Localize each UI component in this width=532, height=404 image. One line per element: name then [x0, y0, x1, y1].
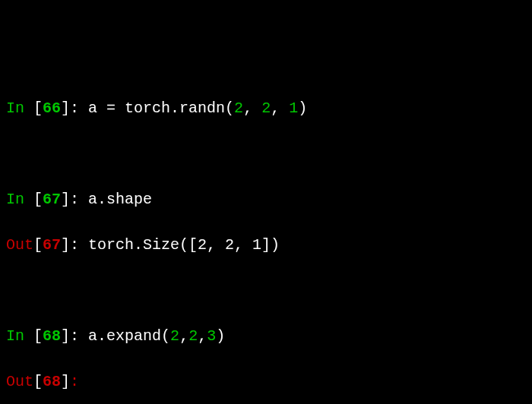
colon: :	[70, 191, 88, 208]
number-literal[interactable]: 1	[289, 99, 298, 117]
code-text[interactable]: )	[298, 99, 307, 117]
colon: :	[70, 373, 88, 390]
in-number: 66	[43, 99, 61, 117]
code-text[interactable]: ,	[179, 327, 188, 345]
cell-66: In [66]: a = torch.randn(2, 2, 1)	[6, 97, 526, 120]
bracket: ]	[61, 327, 70, 345]
colon: :	[70, 327, 88, 345]
cell-68-in: In [68]: a.expand(2,2,3)	[6, 325, 526, 348]
colon: :	[70, 236, 88, 254]
code-text[interactable]: a.expand(	[88, 327, 170, 345]
bracket: ]	[61, 191, 70, 208]
code-text[interactable]: ,	[243, 99, 261, 117]
bracket: ]	[61, 99, 70, 117]
code-text[interactable]: a.shape	[88, 191, 152, 208]
out-number: 68	[43, 373, 61, 390]
bracket: [	[33, 99, 43, 117]
bracket: ]	[61, 373, 70, 390]
in-number: 67	[43, 191, 61, 208]
out-number: 67	[43, 236, 61, 254]
out-label: Out	[6, 373, 33, 390]
bracket: [	[33, 236, 43, 254]
out-label: Out	[6, 236, 33, 254]
output-text: torch.Size([2, 2, 1])	[88, 236, 280, 254]
in-label: In	[6, 327, 33, 345]
in-label: In	[6, 191, 33, 208]
number-literal[interactable]: 3	[207, 327, 216, 345]
number-literal[interactable]: 2	[261, 99, 271, 117]
in-number: 68	[43, 327, 61, 345]
cell-68-out-label: Out[68]:	[6, 371, 526, 393]
cell-67-out: Out[67]: torch.Size([2, 2, 1])	[6, 234, 526, 257]
number-literal[interactable]: 2	[234, 99, 243, 117]
blank-line	[6, 143, 526, 166]
code-text[interactable]: )	[216, 327, 225, 345]
cell-67-in: In [67]: a.shape	[6, 188, 526, 211]
bracket: ]	[61, 236, 70, 254]
code-text[interactable]: ,	[198, 327, 207, 345]
number-literal[interactable]: 2	[188, 327, 198, 345]
bracket: [	[33, 373, 43, 390]
bracket: [	[33, 327, 43, 345]
blank-line	[6, 279, 526, 302]
in-label: In	[6, 99, 33, 117]
bracket: [	[33, 191, 43, 208]
number-literal[interactable]: 2	[170, 327, 179, 345]
code-text[interactable]: ,	[271, 99, 289, 117]
code-text[interactable]: a = torch.randn(	[88, 99, 234, 117]
colon: :	[70, 99, 88, 117]
